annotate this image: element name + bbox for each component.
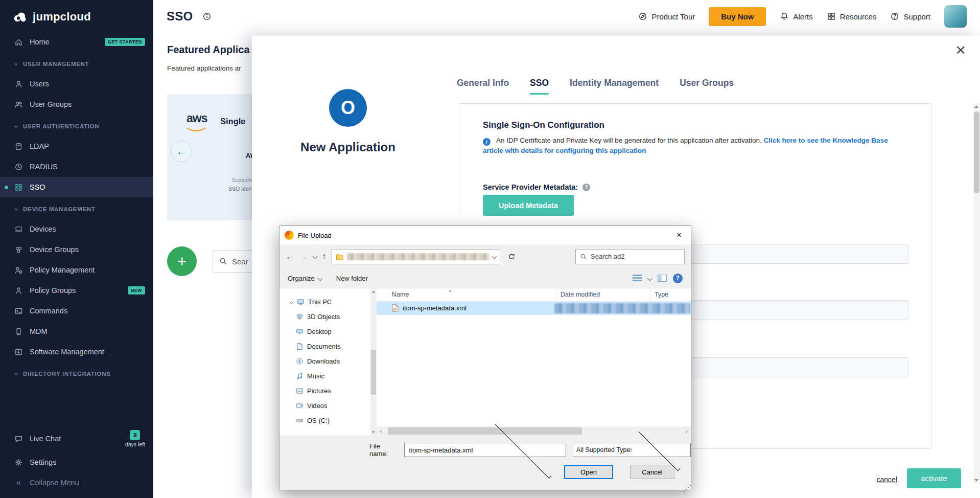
scrollbar-thumb[interactable] [371,350,376,395]
address-chevron-icon[interactable] [492,254,497,259]
help-icon[interactable]: ? [582,184,590,191]
sidebar-item-collapse-menu[interactable]: « Collapse Menu [0,472,153,493]
history-chevron-icon[interactable] [313,254,318,259]
sidebar-item-label: MDM [30,327,48,335]
new-folder-button[interactable]: New folder [336,275,368,282]
organize-menu[interactable]: Organize [288,275,322,282]
dialog-titlebar[interactable]: File Upload × [279,226,691,244]
section-title: USER AUTHENTICATION [23,123,99,129]
tree-item-os-c[interactable]: OS (C:) [279,413,370,428]
tree-item-pictures[interactable]: Pictures [279,383,370,398]
resize-grip[interactable] [688,487,689,488]
sidebar-section-directory-integrations[interactable]: DIRECTORY INTEGRATIONS [0,362,153,383]
forward-icon[interactable]: → [299,252,308,262]
tree-item-downloads[interactable]: Downloads [279,354,370,369]
back-icon[interactable]: ← [286,252,294,262]
firefox-icon [285,231,294,240]
tab-user-groups[interactable]: User Groups [680,78,734,95]
sidebar-item-label: User Groups [30,100,72,108]
scroll-down-icon[interactable] [974,479,978,482]
search-icon [219,257,227,265]
user-group-icon [14,100,23,109]
column-header-type[interactable]: Type [650,288,691,301]
jumpcloud-mark-icon [12,10,28,24]
phone-icon [14,327,23,336]
scroll-up-icon[interactable] [974,105,978,108]
content-heading: Featured Applica [167,44,250,56]
computer-icon [297,298,305,306]
jumpcloud-logo[interactable]: jumpcloud [0,0,153,32]
tree-item-this-pc[interactable]: This PC [279,295,370,309]
sidebar-item-settings[interactable]: Settings [0,452,153,472]
scroll-up-icon[interactable] [372,290,375,292]
modal-title: New Application [282,140,414,154]
sidebar-item-policy-groups[interactable]: Policy Groups NEW [0,280,153,301]
sidebar-item-live-chat[interactable]: Live Chat 8 days left [0,425,153,452]
chevron-down-icon [317,276,322,281]
preview-pane-icon[interactable] [658,275,667,282]
tree-item-documents[interactable]: Documents [279,339,370,354]
buy-now-button[interactable]: Buy Now [709,7,766,26]
address-bar[interactable] [332,249,500,264]
sidebar-section-user-authentication[interactable]: USER AUTHENTICATION [0,115,153,136]
tree-scrollbar[interactable] [370,288,377,436]
file-row-selected[interactable]: itom-sp-metadata.xml [377,302,691,315]
sidebar-item-devices[interactable]: Devices [0,219,153,239]
add-application-button[interactable]: + [167,246,197,276]
modal-scrollbar[interactable] [973,103,980,484]
alerts-button[interactable]: Alerts [780,12,812,21]
resources-button[interactable]: Resources [827,12,877,21]
tree-item-3d-objects[interactable]: 3D Objects [279,309,370,324]
support-button[interactable]: Support [890,12,930,21]
view-mode-chevron-icon[interactable] [647,276,652,281]
tab-identity-management[interactable]: Identity Management [570,78,659,95]
sidebar-item-radius[interactable]: RADIUS [0,156,153,177]
sidebar-item-label: Device Groups [30,245,79,254]
up-icon[interactable]: ↑ [322,252,326,262]
scroll-left-icon[interactable]: ‹ [377,428,385,434]
activate-button[interactable]: activate [907,468,961,488]
refresh-button[interactable] [505,250,519,263]
avatar[interactable] [944,5,967,28]
tree-item-desktop[interactable]: Desktop [279,324,370,339]
tree-item-videos[interactable]: Videos [279,398,370,413]
file-list-empty-area[interactable] [377,315,691,427]
file-name-input[interactable]: itom-sp-metadata.xml [404,443,566,457]
open-button[interactable]: Open [564,465,613,479]
column-header-name[interactable]: Name [377,288,556,301]
sidebar-item-ldap[interactable]: LDAP [0,136,153,156]
dialog-close-icon[interactable]: × [667,226,691,244]
tree-item-music[interactable]: Music [279,369,370,383]
scroll-down-icon[interactable] [372,432,375,434]
help-icon[interactable]: ? [673,274,683,283]
tab-general-info[interactable]: General Info [457,78,509,95]
expander-icon[interactable] [290,300,294,304]
dialog-cancel-button[interactable]: Cancel [630,465,674,479]
dialog-nav-bar: ← → ↑ Search ad2 [279,244,691,269]
sidebar-section-user-management[interactable]: USER MANAGEMENT [0,52,153,74]
sidebar-item-mdm[interactable]: MDM [0,321,153,342]
back-button[interactable]: ← [171,141,192,162]
sidebar-item-commands[interactable]: Commands [0,301,153,321]
tab-sso[interactable]: SSO [530,78,549,95]
product-tour-button[interactable]: Product Tour [638,12,695,21]
close-icon[interactable]: × [955,41,966,58]
sidebar-item-home[interactable]: Home GET STARTED [0,32,153,52]
sidebar-item-software-management[interactable]: Software Management [0,342,153,362]
column-header-date-modified[interactable]: Date modified [556,288,650,301]
sidebar-item-policy-management[interactable]: Policy Management [0,260,153,280]
sidebar-item-users[interactable]: Users [0,74,153,94]
sidebar-item-sso[interactable]: SSO [0,177,153,197]
sidebar-item-user-groups[interactable]: User Groups [0,94,153,115]
cancel-link[interactable]: cancel [877,476,897,484]
info-icon[interactable] [202,12,212,21]
dialog-search-input[interactable]: Search ad2 [575,249,685,264]
scroll-right-icon[interactable]: › [682,428,691,434]
upload-metadata-button[interactable]: Upload Metadata [483,195,574,216]
scrollbar-thumb[interactable] [974,111,979,193]
sidebar-section-device-management[interactable]: DEVICE MANAGEMENT [0,197,153,219]
scrollbar-thumb[interactable] [388,427,582,435]
sidebar-item-device-groups[interactable]: Device Groups [0,239,153,260]
file-type-select[interactable]: All Supported Types (*.xml;*.xsl; [573,443,691,457]
view-mode-icon[interactable] [633,275,642,282]
